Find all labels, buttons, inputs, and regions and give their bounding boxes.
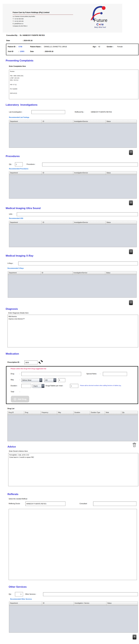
procedures-qty-input[interactable] [15,162,23,166]
heart-icon: ♥ [99,23,100,26]
way-select[interactable]: Before Meal [21,378,42,382]
tablet-fraction-note: Please add as decimal numbers when addin… [80,385,136,386]
other-qty-input[interactable] [15,592,23,596]
trash-icon [130,250,132,253]
uss-table-body[interactable] [9,224,136,247]
column-header-department[interactable]: Department [9,602,42,606]
column-header-department[interactable]: Department [9,172,42,175]
referred-by-label: Reffered By : [75,111,84,113]
total-colon: : [20,391,20,392]
procedures-input[interactable] [42,162,138,166]
column-header-investigation[interactable]: Investigation/Service [73,271,105,275]
advice-textarea[interactable]: Ferroglobin- 1 tab, od for 1/12 Come bac… [8,453,138,486]
column-header-id[interactable]: ID [42,602,74,606]
lab-table-body[interactable] [9,124,136,148]
lab-investigation-input[interactable] [32,110,65,114]
way-qty-input[interactable] [58,378,65,382]
drug-suggestion-hint: Please select the Drug from Drug suggess… [10,368,46,370]
add-drug-label: Add Drug [18,398,26,400]
delete-lab-item-button[interactable] [129,150,133,155]
column-header-investigation[interactable]: Investigation / Service [74,602,106,606]
column-header-status[interactable]: Status [106,172,136,175]
consultant-input[interactable] [93,502,136,506]
column-header-id[interactable]: ID [42,120,73,124]
uss-input[interactable] [17,212,138,216]
column-header-duration[interactable]: Duration [74,411,90,415]
company-name: Future Care by Future Holdings (Pty) Lim… [13,12,49,13]
column-header-status[interactable]: Status [106,120,136,124]
duration-type-select[interactable]: Day/s [32,384,44,388]
patient-info-box: Patient ID : 6708 Patient Name : DANIELL… [6,44,138,55]
column-header-investigation[interactable]: Investigation/Service [73,172,106,175]
other-table-body[interactable] [9,606,138,632]
trash-icon [130,302,132,304]
chevron-down-icon [54,378,56,382]
column-header-investigation[interactable]: Investigation/Service [73,221,106,224]
drug-label: Drug [10,373,14,374]
column-header-status[interactable]: Status [106,221,136,224]
frequency-select[interactable]: OD [44,378,56,382]
prescription-id-label: Prescription ID : [8,361,20,363]
xray-input[interactable] [18,262,138,265]
drug-table-body[interactable] [8,415,138,441]
column-header-department[interactable]: Department [9,221,42,224]
procedures-qty-label: Qty : [9,163,12,165]
prescription-id-input[interactable] [24,360,38,364]
way-label: Way [10,379,14,380]
referring-doctor-label: Reffering Doctor [9,503,20,504]
section-title-diagnosis: Diagnosis [6,308,18,310]
header-divider [13,14,73,15]
column-header-id[interactable]: ID [42,221,73,224]
section-title-ultrasound: Medical Imaging Ultra Sound [6,207,40,210]
section-title-xray: Medical Imaging X-Ray [6,254,33,257]
duration-input[interactable] [21,384,31,388]
column-header-drug-id[interactable]: Drug ID [8,411,24,415]
column-header-note[interactable]: Note [105,411,121,415]
lab-investigation-label: Lab Investingation : [9,111,22,113]
column-header-department[interactable]: Department [8,271,41,275]
other-table-header: Department ID Investigation / Service St… [9,602,138,606]
column-header-qty[interactable]: Qty [121,411,138,415]
column-header-status[interactable]: Status [105,271,136,275]
logo-tagline: Body Mind Soul [94,26,121,28]
xray-table: Department ID Investigation/Service Stat… [8,271,136,298]
patient-name-value: DANIELLE JOHNETTE LARUE [44,46,67,48]
column-header-department[interactable]: Department [9,120,42,124]
consulted-by-value: Dr. HANECKY FUENTE REYES [20,34,45,36]
xray-table-body[interactable] [8,275,136,298]
delete-procedure-button[interactable] [129,200,133,206]
column-header-id[interactable]: ID [42,172,73,175]
visit-id-value: 12855 [20,50,24,52]
date-value: : 2024-05-16 [22,40,32,42]
special-notes-input[interactable] [103,372,127,376]
column-header-drug[interactable]: Drug [24,411,41,415]
delete-xray-button[interactable] [129,300,133,305]
logo-care-c: C [96,22,99,26]
add-drug-button[interactable]: Add Drug [11,396,29,402]
diagnosis-textarea[interactable]: Mild Anemia Impress viral infection?? [8,315,138,348]
column-header-frequency[interactable]: Fequency [41,411,57,415]
refresh-prescription-button[interactable] [38,360,43,364]
column-header-status[interactable]: Status [106,602,138,606]
recommended-uss-label: Recommended USS [9,218,23,219]
other-services-input[interactable] [43,592,138,596]
uss-table: Department ID Investigation/Service Stat… [9,221,137,247]
delete-uss-button[interactable] [129,249,133,254]
company-address: Le Chainter,Victoria,Mahe,Seychelles [13,16,35,17]
column-header-duration-type[interactable]: Duration Type [90,411,105,415]
drug-input[interactable] [21,372,81,376]
duration-type-value: Day/s [32,385,38,387]
complaints-textarea[interactable]: Review FBC- WBC-5450 (OK) LYMP- 48.0 (H)… [9,70,138,99]
column-header-id[interactable]: ID [41,271,72,275]
delete-other-service-button[interactable] [132,634,136,640]
logo-word-future: Future [94,18,121,23]
procedures-table-body[interactable] [9,175,136,198]
column-header-investigation[interactable]: Investigation/Service [73,120,106,124]
per-meal-input[interactable] [70,384,78,388]
patient-id-label: Patient ID : [8,46,16,48]
referring-doctor-input[interactable] [26,502,66,506]
column-header-way[interactable]: Way [57,411,74,415]
delete-drug-button[interactable] [132,442,136,448]
referral-list-box[interactable] [9,509,137,580]
date-label: Date [6,40,22,42]
